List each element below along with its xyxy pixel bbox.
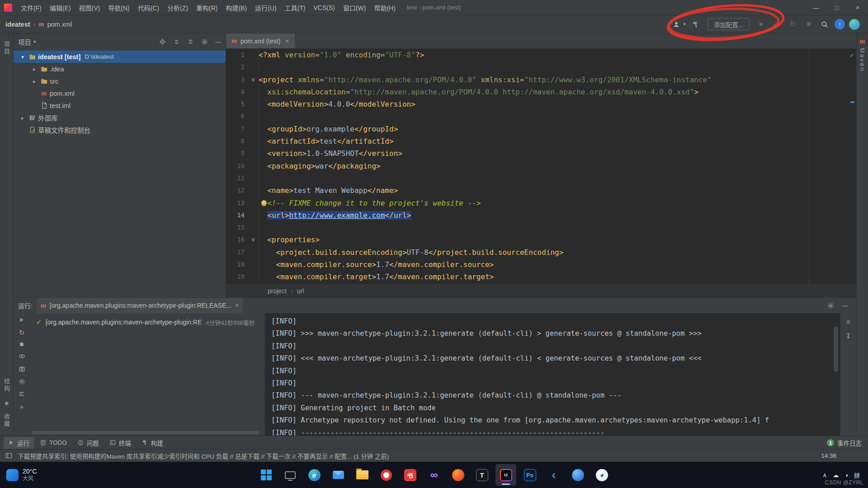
profiler-icon[interactable] xyxy=(771,19,783,30)
soft-wrap-icon[interactable]: ≡ xyxy=(846,318,850,325)
edge-browser[interactable]: e xyxy=(304,464,325,486)
weather-widget[interactable]: 20°C 大风 xyxy=(0,468,37,483)
user-avatar[interactable] xyxy=(849,19,860,30)
code-line[interactable]: 19 <maven.compiler.target>1.7</maven.com… xyxy=(226,271,856,283)
sort-lines-icon[interactable] xyxy=(19,391,25,397)
expander-icon[interactable]: ▸ xyxy=(30,66,39,72)
minimize-button[interactable]: — xyxy=(806,0,826,15)
compass-app[interactable]: ◆ xyxy=(591,464,612,486)
locate-file-icon[interactable] xyxy=(159,38,166,45)
rerun-icon[interactable]: ↻ xyxy=(787,19,799,30)
orange-browser-app[interactable] xyxy=(448,464,468,486)
user-icon[interactable] xyxy=(670,19,682,30)
tool-button-problem[interactable]: 问题 xyxy=(73,437,104,449)
code-line[interactable]: 7 <groupId>org.example</groupId> xyxy=(226,123,856,135)
menu-item[interactable]: VCS(S) xyxy=(309,0,339,15)
code-line[interactable]: 6 xyxy=(226,110,856,122)
update-notification-icon[interactable]: ↑ xyxy=(835,19,845,29)
code-line[interactable]: 16∨ <properties> xyxy=(226,234,856,246)
favorites-star-icon[interactable]: ★ xyxy=(4,396,9,410)
build-hammer-icon[interactable] xyxy=(690,19,702,30)
collapse-all-icon[interactable] xyxy=(187,38,194,45)
code-line[interactable]: 15 xyxy=(226,221,856,234)
tool-button-play[interactable]: 运行 xyxy=(4,437,34,449)
cloud-drive-app[interactable] xyxy=(567,464,588,486)
breadcrumb-project[interactable]: ideatest xyxy=(5,21,30,28)
maximize-button[interactable]: □ xyxy=(826,0,847,15)
file-explorer[interactable] xyxy=(352,464,373,486)
photoshop-app[interactable]: Ps xyxy=(519,464,540,486)
tool-button-hammer[interactable]: 构建 xyxy=(137,437,168,449)
hide-panel-icon[interactable]: — xyxy=(842,302,848,309)
code-line[interactable]: 18 <maven.compiler.source>1.7</maven.com… xyxy=(226,258,856,271)
console-scrollbar[interactable] xyxy=(834,327,838,372)
code-editor[interactable]: 1<?xml version="1.0" encoding="UTF-8"?>2… xyxy=(226,49,856,284)
close-tab-icon[interactable]: × xyxy=(285,38,289,45)
breadcrumb-project-tag[interactable]: project xyxy=(268,287,287,295)
code-line[interactable]: 2 xyxy=(226,61,856,73)
task-view-app[interactable] xyxy=(280,464,301,486)
editor-tab[interactable]: m pom.xml (test) × xyxy=(226,33,295,48)
expander-icon[interactable]: ▾ xyxy=(18,54,27,60)
code-line[interactable]: 13 <!-- FIXME change it to the project's… xyxy=(226,197,856,209)
toolwindow-switcher-icon[interactable] xyxy=(5,452,12,459)
settings-gear-icon[interactable] xyxy=(201,38,208,45)
typora-app[interactable]: T xyxy=(472,464,492,486)
vscode-app[interactable]: ‹ xyxy=(543,464,564,486)
run-button[interactable] xyxy=(755,19,767,30)
start-button[interactable] xyxy=(256,464,277,486)
code-line[interactable]: 11 xyxy=(226,172,856,184)
menu-item[interactable]: 窗口(W) xyxy=(339,0,370,15)
tool-button-event-log[interactable]: 事件日志 xyxy=(837,438,862,447)
status-message[interactable]: 下载预建共享索引: 使用预构建的Maven 库共享索引减少索引时间和 CPU 负… xyxy=(18,451,389,460)
mail-app[interactable] xyxy=(328,464,349,486)
add-configuration-button[interactable]: 添加配置... xyxy=(708,18,750,30)
project-title[interactable]: 项目 xyxy=(18,37,31,47)
hide-panel-icon[interactable]: — xyxy=(215,38,221,45)
settings-gear-icon[interactable] xyxy=(827,302,834,309)
tree-item[interactable]: ▸.idea xyxy=(14,63,226,75)
tool-button-structure[interactable]: 结构 xyxy=(2,375,11,396)
tree-item[interactable]: 草稿文件和控制台 xyxy=(14,124,226,136)
menu-item[interactable]: 分析(Z) xyxy=(163,0,192,15)
rerun-failed-icon[interactable]: ↻ xyxy=(19,329,25,336)
code-line[interactable]: 3∨<project xmlns="http://maven.apache.or… xyxy=(226,74,856,86)
red-note-app[interactable]: 书 xyxy=(400,464,420,486)
tree-item[interactable]: mpom.xml xyxy=(14,87,226,99)
tray-status-icon[interactable]: ◑ xyxy=(844,472,848,479)
tree-item[interactable]: ▾ideatest [test]D:\ideatest xyxy=(14,51,226,63)
search-everywhere-icon[interactable] xyxy=(819,19,830,30)
code-line[interactable]: 5 <modelVersion>4.0.0</modelVersion> xyxy=(226,98,856,110)
expander-icon[interactable]: ▸ xyxy=(30,78,39,84)
code-line[interactable]: 17 <project.build.sourceEncoding>UTF-8</… xyxy=(226,246,856,258)
menu-item[interactable]: 运行(U) xyxy=(251,0,280,15)
tool-button-todo[interactable]: TODO xyxy=(36,437,71,449)
tray-expand-icon[interactable]: ∧ xyxy=(823,472,827,479)
stop-button[interactable] xyxy=(19,342,24,347)
inspections-ok-icon[interactable]: ✓ xyxy=(850,51,854,59)
breadcrumb-file[interactable]: pom.xml xyxy=(47,21,72,28)
fold-marker-icon[interactable]: ∨ xyxy=(248,234,259,246)
horizontal-scrollbar[interactable] xyxy=(32,431,259,434)
menu-item[interactable]: 代码(C) xyxy=(134,0,163,15)
tool-button-favorites[interactable]: 收藏 xyxy=(2,410,11,431)
menu-item[interactable]: 构建(B) xyxy=(222,0,251,15)
input-method-indicator[interactable]: 拼 xyxy=(854,471,860,479)
tree-item[interactable]: test.iml xyxy=(14,99,226,112)
settings-gear-icon[interactable] xyxy=(19,378,25,385)
scroll-to-end-icon[interactable]: ↧ xyxy=(845,332,851,340)
code-line[interactable]: 10 <packaging>war</packaging> xyxy=(226,160,856,172)
close-tab-icon[interactable]: × xyxy=(235,302,239,309)
code-line[interactable]: 9 <version>1.0-SNAPSHOT</version> xyxy=(226,147,856,160)
code-line[interactable]: 4 xsi:schemaLocation="http://maven.apach… xyxy=(226,86,856,98)
tool-button-project[interactable]: 项目 xyxy=(2,38,11,59)
expand-all-icon[interactable] xyxy=(173,38,180,45)
code-line[interactable]: 12 <name>test Maven Webapp</name> xyxy=(226,184,856,197)
menu-item[interactable]: 视图(V) xyxy=(75,0,104,15)
stop-button[interactable] xyxy=(803,19,815,30)
close-button[interactable]: × xyxy=(847,0,868,15)
menu-item[interactable]: 工具(T) xyxy=(281,0,310,15)
tool-button-terminal[interactable]: 终端 xyxy=(105,437,136,449)
screenshot-icon[interactable] xyxy=(19,366,25,372)
onedrive-cloud-icon[interactable]: ☁ xyxy=(833,472,839,479)
